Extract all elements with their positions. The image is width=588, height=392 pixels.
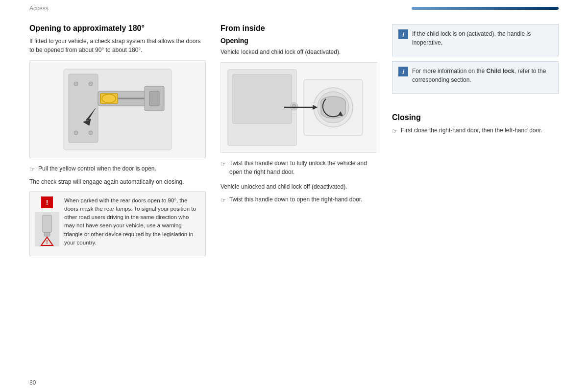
left-section-title: Opening to approximately 180° [29, 24, 206, 33]
right-column: i If the child lock is on (activated), t… [392, 24, 559, 372]
warning-box: ! ! When parked with the rear doors open… [29, 191, 206, 257]
left-bullet1: ☞ Pull the yellow control when the door … [29, 164, 206, 174]
middle-text1: Vehicle locked and child lock off (deact… [220, 48, 377, 56]
svg-text:!: ! [46, 240, 48, 245]
door-mechanism-illustration [29, 60, 206, 158]
left-note1: The check strap will engage again automa… [29, 177, 206, 186]
closing-bullet: ☞ First close the right-hand door, then … [392, 126, 559, 136]
middle-section-title: From inside [220, 24, 377, 33]
svg-rect-17 [233, 74, 292, 123]
closing-section: Closing ☞ First close the right-hand doo… [392, 113, 559, 136]
info-box-1: i If the child lock is on (activated), t… [392, 24, 559, 56]
page-header: Access [0, 0, 588, 14]
left-bullet1-text: Pull the yellow control when the door is… [38, 164, 156, 173]
svg-rect-11 [149, 91, 159, 106]
breadcrumb: Access [29, 5, 49, 12]
bullet-arrow-icon3: ☞ [220, 196, 226, 205]
left-intro-text: If fitted to your vehicle, a check strap… [29, 37, 206, 54]
svg-point-8 [89, 82, 93, 86]
bullet-arrow-icon2: ☞ [220, 159, 226, 169]
closing-title: Closing [392, 113, 559, 122]
info2-text1: For more information on the [412, 68, 486, 74]
warning-icon-column: ! ! [35, 196, 59, 251]
svg-point-6 [74, 82, 78, 86]
middle-text2: Vehicle unlocked and child lock off (dea… [220, 182, 377, 191]
info-text-1: If the child lock is on (activated), the… [412, 29, 552, 47]
info-box-2: i For more information on the Child lock… [392, 61, 559, 94]
svg-point-7 [74, 131, 78, 135]
door-inside-illustration [220, 62, 377, 153]
svg-rect-12 [43, 215, 51, 232]
svg-rect-13 [44, 232, 50, 236]
svg-point-9 [89, 131, 93, 135]
info-text-2: For more information on the Child lock, … [412, 67, 552, 84]
bullet-arrow-icon: ☞ [29, 165, 35, 174]
middle-bullet2: ☞ Twist this handle down to open the rig… [220, 195, 377, 205]
door-mechanism-svg [54, 64, 181, 155]
warning-exclamation-icon: ! [41, 196, 53, 208]
info-icon-2: i [398, 67, 408, 76]
middle-bullet1: ☞ Twist this handle down to fully unlock… [220, 159, 377, 176]
bullet-arrow-icon4: ☞ [392, 126, 398, 136]
opening-title: Opening [220, 37, 377, 45]
closing-bullet-text: First close the right-hand door, then th… [401, 126, 542, 135]
page-number: 80 [29, 379, 36, 386]
header-decorative-line [412, 7, 559, 10]
svg-rect-1 [69, 74, 98, 143]
info-icon-1: i [398, 29, 408, 39]
warning-text: When parked with the rear doors open to … [64, 196, 200, 247]
lamp-svg: ! [35, 213, 59, 246]
middle-bullet2-text: Twist this handle down to open the right… [229, 195, 363, 204]
door-inside-svg [225, 65, 372, 150]
warning-lamp-illustration: ! [35, 212, 59, 246]
svg-point-4 [102, 94, 116, 103]
left-column: Opening to approximately 180° If fitted … [29, 24, 206, 372]
main-content: Opening to approximately 180° If fitted … [0, 14, 588, 382]
middle-column: From inside Opening Vehicle locked and c… [220, 24, 377, 372]
middle-bullet1-text: Twist this handle down to fully unlock t… [229, 159, 377, 176]
info2-bold-text: Child lock [486, 68, 514, 74]
